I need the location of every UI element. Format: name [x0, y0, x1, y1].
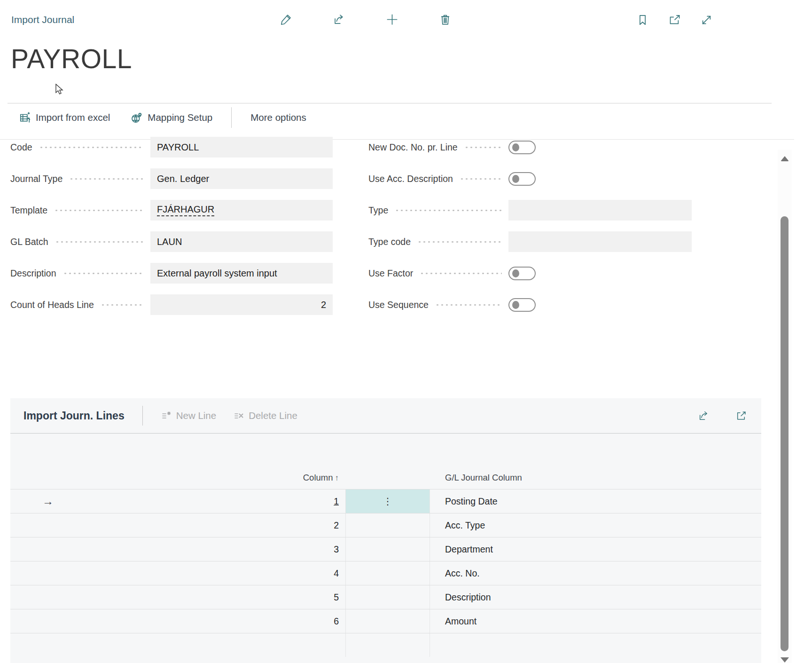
template-input[interactable]: FJÁRHAGUR [150, 200, 333, 221]
new-line-button[interactable]: New Line [161, 410, 216, 421]
edit-icon[interactable] [279, 12, 293, 26]
column-cell[interactable]: 1 [334, 496, 339, 507]
column-cell[interactable]: 3 [334, 544, 339, 555]
field-use-acc-description: Use Acc. Description [368, 168, 692, 189]
field-gl-batch: GL Batch LAUN [10, 231, 333, 252]
mapping-setup-button[interactable]: Mapping Setup [131, 111, 212, 124]
selected-cell[interactable]: ⋮ [345, 489, 430, 513]
add-icon[interactable] [385, 12, 399, 26]
record-toolbar [279, 12, 452, 26]
page-title: PAYROLL [11, 43, 132, 74]
share-icon[interactable] [332, 12, 346, 26]
gl-batch-value: LAUN [157, 237, 182, 247]
field-label: Description [10, 268, 56, 279]
new-line-icon [161, 410, 172, 421]
gl-journal-column-cell[interactable]: Description [430, 585, 761, 609]
dotted-leader [54, 209, 144, 212]
title-divider [8, 103, 772, 103]
table-row[interactable]: → 1 ⋮ Posting Date [10, 489, 761, 513]
field-use-sequence: Use Sequence [368, 294, 692, 315]
empty-row [10, 633, 761, 657]
journal-type-input[interactable]: Gen. Ledger [150, 168, 333, 189]
type-code-input[interactable] [508, 231, 692, 252]
table-row[interactable]: 3 Department [10, 537, 761, 561]
field-label: Journal Type [10, 174, 62, 184]
lines-table-header: Column↑ G/L Journal Column [10, 434, 761, 489]
count-of-heads-line-input[interactable]: 2 [150, 294, 333, 315]
scrollbar-thumb[interactable] [781, 216, 789, 651]
type-input[interactable] [508, 200, 692, 221]
expand-table-icon[interactable] [734, 409, 748, 423]
field-template: Template FJÁRHAGUR [10, 200, 333, 221]
gl-journal-column-cell[interactable]: Department [430, 537, 761, 561]
column-cell[interactable]: 2 [334, 520, 339, 531]
share-icon[interactable] [696, 409, 710, 423]
new-line-label: New Line [176, 410, 216, 421]
scroll-up-icon[interactable] [781, 156, 789, 161]
new-doc-no-pr-line-toggle[interactable] [508, 141, 536, 154]
use-acc-description-toggle[interactable] [508, 172, 536, 186]
window-toolbar [635, 13, 713, 27]
column-cell[interactable]: 6 [334, 616, 339, 627]
field-label: Count of Heads Line [10, 300, 94, 310]
bookmark-icon[interactable] [635, 13, 649, 27]
lines-header-divider [142, 406, 143, 426]
gl-journal-column-cell[interactable]: Amount [430, 609, 761, 633]
field-type: Type [368, 200, 692, 221]
popout-icon[interactable] [667, 13, 681, 27]
expand-icon[interactable] [699, 13, 713, 27]
dotted-leader [420, 272, 502, 275]
table-row[interactable]: 6 Amount [10, 609, 761, 633]
field-label: Code [10, 142, 32, 153]
column-cell[interactable]: 4 [334, 568, 339, 579]
mouse-cursor [55, 84, 66, 98]
more-options-button[interactable]: More options [250, 112, 306, 123]
gl-journal-column-cell[interactable]: Acc. No. [430, 561, 761, 585]
lines-title: Import Journ. Lines [23, 410, 125, 422]
dotted-leader [464, 146, 502, 149]
dotted-leader [69, 178, 144, 180]
import-from-excel-button[interactable]: Import from excel [19, 111, 110, 124]
import-from-excel-icon [19, 111, 31, 124]
field-description: Description External payroll system inpu… [10, 263, 333, 284]
gl-batch-input[interactable]: LAUN [150, 231, 333, 252]
use-sequence-toggle[interactable] [508, 298, 536, 312]
vertical-scrollbar[interactable] [778, 150, 792, 663]
field-label: New Doc. No. pr. Line [368, 142, 458, 153]
count-of-heads-line-value: 2 [321, 300, 326, 310]
code-input[interactable]: PAYROLL [150, 137, 333, 158]
fields-left-column: Code PAYROLL Journal Type Gen. Ledger Te… [10, 137, 333, 326]
table-row[interactable]: 4 Acc. No. [10, 561, 761, 585]
table-row[interactable]: 5 Description [10, 585, 761, 609]
template-drilldown-link[interactable]: FJÁRHAGUR [157, 204, 214, 216]
code-value: PAYROLL [157, 142, 199, 153]
dotted-leader [460, 178, 502, 180]
gl-journal-column-cell[interactable]: Acc. Type [430, 513, 761, 537]
journal-type-value: Gen. Ledger [157, 174, 209, 184]
field-label: Use Sequence [368, 300, 429, 310]
delete-line-button[interactable]: Delete Line [233, 410, 297, 421]
scroll-down-icon[interactable] [781, 657, 789, 663]
dotted-leader [55, 241, 144, 243]
import-from-excel-label: Import from excel [36, 112, 110, 123]
column-header-label: Column [303, 473, 333, 482]
gl-journal-column-header[interactable]: G/L Journal Column [430, 473, 761, 483]
import-journ-lines-part: Import Journ. Lines New Line Delete Line [10, 398, 761, 663]
column-cell[interactable]: 5 [334, 592, 339, 603]
page-caption: Import Journal [11, 14, 74, 25]
toggle-knob [512, 269, 519, 277]
use-factor-toggle[interactable] [508, 267, 536, 280]
table-row[interactable]: 2 Acc. Type [10, 513, 761, 537]
mapping-setup-icon [131, 111, 143, 124]
fields-right-column: New Doc. No. pr. Line Use Acc. Descripti… [368, 137, 692, 326]
gl-journal-column-cell[interactable]: Posting Date [430, 489, 761, 513]
field-label: Type [368, 205, 388, 216]
field-label: GL Batch [10, 237, 48, 247]
description-input[interactable]: External payroll system input [150, 263, 333, 284]
column-header-column[interactable]: Column↑ [86, 473, 345, 483]
delete-icon[interactable] [438, 12, 452, 26]
delete-line-icon [233, 410, 244, 421]
toggle-knob [512, 301, 519, 309]
field-label: Type code [368, 237, 411, 247]
field-count-of-heads-line: Count of Heads Line 2 [10, 294, 333, 315]
